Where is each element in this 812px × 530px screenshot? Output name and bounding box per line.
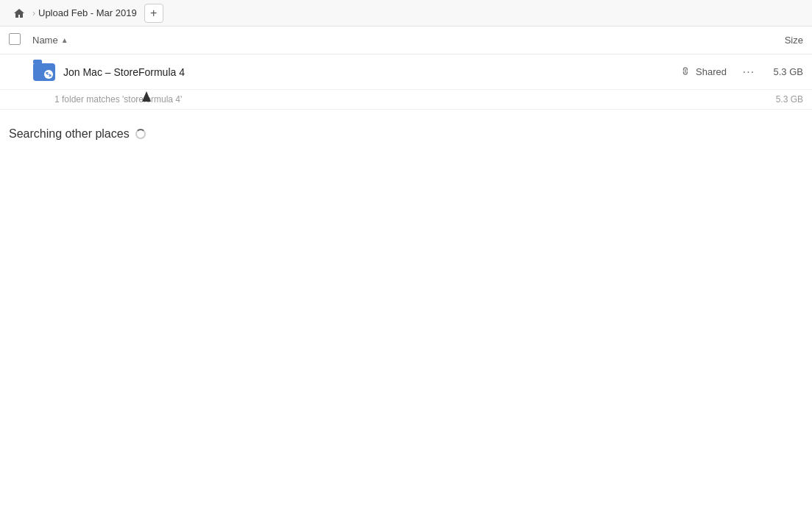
more-options-button[interactable]: ··· bbox=[738, 62, 759, 82]
folder-icon bbox=[33, 63, 55, 81]
folder-link-badge bbox=[44, 70, 53, 79]
searching-spinner bbox=[135, 129, 146, 139]
folder-icon-area bbox=[32, 60, 56, 84]
home-button[interactable] bbox=[9, 3, 29, 24]
shared-label: Shared bbox=[696, 66, 727, 77]
match-size: 5.3 GB bbox=[759, 94, 803, 105]
sort-arrow-icon: ▲ bbox=[61, 36, 68, 44]
select-all-checkbox-area[interactable] bbox=[9, 33, 32, 47]
match-text: 1 folder matches 'storeformula 4' bbox=[54, 94, 759, 105]
size-column-header[interactable]: Size bbox=[744, 35, 803, 46]
link-icon bbox=[678, 64, 694, 80]
searching-title-text: Searching other places bbox=[9, 127, 130, 141]
add-button[interactable]: + bbox=[144, 4, 163, 23]
name-column-header[interactable]: Name ▲ bbox=[32, 35, 744, 46]
file-size: 5.3 GB bbox=[759, 66, 803, 77]
searching-title: Searching other places bbox=[9, 127, 803, 141]
breadcrumb-chevron: › bbox=[32, 8, 35, 18]
shared-area: Shared bbox=[681, 66, 727, 78]
size-column-label: Size bbox=[785, 35, 803, 46]
file-row[interactable]: Jon Mac – StoreFormula 4 Shared ··· 5.3 … bbox=[0, 54, 812, 90]
breadcrumb-title: Upload Feb - Mar 2019 bbox=[38, 7, 137, 18]
searching-section: Searching other places bbox=[0, 110, 812, 158]
name-column-label: Name bbox=[32, 35, 58, 46]
more-options-icon: ··· bbox=[743, 66, 755, 79]
select-all-checkbox[interactable] bbox=[9, 33, 21, 45]
top-bar: › Upload Feb - Mar 2019 + bbox=[0, 0, 812, 26]
file-name: Jon Mac – StoreFormula 4 bbox=[63, 66, 681, 78]
match-info-row: 1 folder matches 'storeformula 4' 5.3 GB bbox=[0, 90, 812, 110]
column-header: Name ▲ Size bbox=[0, 26, 812, 54]
